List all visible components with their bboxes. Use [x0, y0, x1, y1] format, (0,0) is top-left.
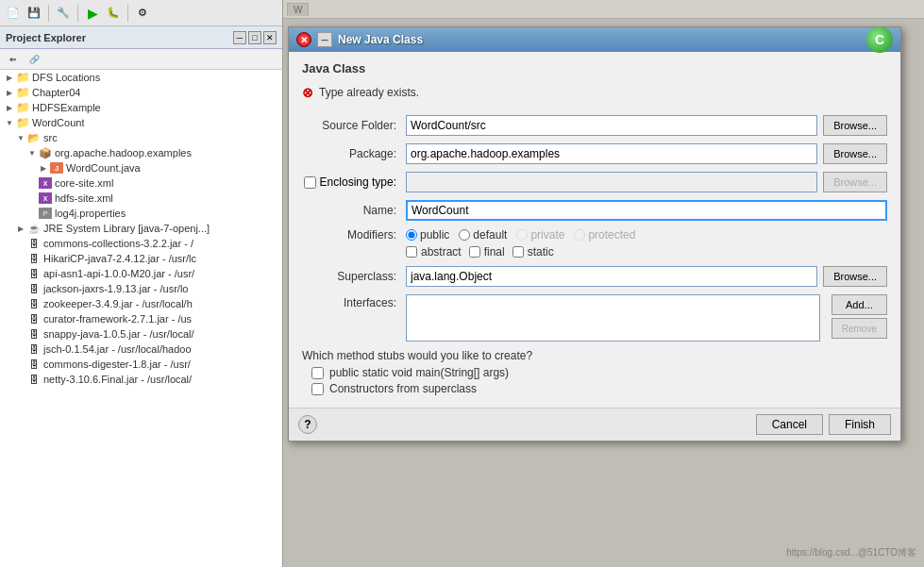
toolbar-build[interactable]: 🔧 [54, 4, 73, 23]
source-folder-input[interactable] [406, 115, 817, 136]
jar-icon-jsch: 🗄 [26, 342, 42, 356]
interfaces-add-button[interactable]: Add... [832, 294, 887, 315]
package-label: Package: [302, 147, 406, 160]
modifiers-radio-group: public default private [406, 228, 643, 242]
modifier-default[interactable]: default [459, 228, 507, 242]
panel-maximize[interactable]: □ [248, 31, 261, 44]
tree-item-src[interactable]: ▼ 📂 src [0, 130, 282, 145]
dialog-close-button[interactable]: ✕ [296, 32, 311, 47]
folder-icon-hdfsexample: 📁 [15, 101, 30, 114]
toolbar-extra[interactable]: ⚙ [133, 4, 152, 23]
stubs-section: Which method stubs would you like to cre… [302, 349, 887, 395]
modifier-abstract[interactable]: abstract [406, 245, 462, 258]
modifier-final-label: final [484, 245, 505, 258]
modifier-static[interactable]: static [512, 245, 554, 258]
modifier-protected[interactable]: protected [574, 228, 635, 242]
dialog-footer: ? Cancel Finish [289, 408, 900, 441]
tree-item-wordcount[interactable]: ▼ 📁 WordCount [0, 115, 282, 130]
tree-item-api-asn1[interactable]: 🗄 api-asn1-api-1.0.0-M20.jar - /usr/ [0, 266, 282, 281]
xml-icon-hdfs: X [38, 192, 53, 205]
modifier-private[interactable]: private [516, 228, 564, 242]
toolbar-run[interactable]: ▶ [83, 4, 102, 23]
tree-label-wordcount: WordCount [32, 117, 84, 128]
tree-item-dfs[interactable]: ▶ 📁 DFS Locations [0, 70, 282, 85]
superclass-browse-button[interactable]: Browse... [823, 266, 887, 287]
superclass-input[interactable] [406, 266, 817, 287]
jre-icon: ☕ [26, 222, 42, 235]
src-folder-icon: 📂 [26, 131, 42, 144]
stubs-item-constructor: Constructors from superclass [311, 382, 887, 395]
package-icon: 📦 [38, 146, 53, 159]
package-input[interactable] [406, 143, 817, 164]
tree-item-log4j[interactable]: P log4j.properties [0, 206, 282, 221]
tree-item-jsch[interactable]: 🗄 jsch-0.1.54.jar - /usr/local/hadoo [0, 342, 282, 357]
superclass-label: Superclass: [302, 270, 406, 283]
stub-constructor-checkbox[interactable] [311, 383, 324, 395]
panel-close[interactable]: ✕ [263, 31, 277, 44]
right-panel: W ✕ ─ New Java Class C Java Class ⊗ [283, 0, 924, 567]
jar-icon-snappy: 🗄 [26, 327, 42, 341]
tree-label-org-apache: org.apache.hadoop.examples [55, 147, 192, 158]
tree-item-hdfs-site[interactable]: X hdfs-site.xml [0, 191, 282, 206]
tree-arrow-chapter04: ▶ [4, 89, 15, 97]
tree-label-src: src [43, 132, 58, 143]
tree-item-snappy[interactable]: 🗄 snappy-java-1.0.5.jar - /usr/local/ [0, 326, 282, 342]
panel-minimize[interactable]: ─ [233, 31, 246, 44]
toolbar-debug[interactable]: 🐛 [104, 4, 123, 23]
tree-item-chapter04[interactable]: ▶ 📁 Chapter04 [0, 85, 282, 100]
tree-item-curator[interactable]: 🗄 curator-framework-2.7.1.jar - /us [0, 311, 282, 326]
tree-label-api-asn1: api-asn1-api-1.0.0-M20.jar - /usr/ [43, 268, 194, 279]
project-tree[interactable]: ▶ 📁 DFS Locations ▶ 📁 Chapter04 ▶ 📁 HDFS… [0, 70, 282, 567]
finish-button[interactable]: Finish [829, 414, 891, 435]
interfaces-remove-button[interactable]: Remove [832, 318, 887, 339]
tree-item-commons-digester[interactable]: 🗄 commons-digester-1.8.jar - /usr/ [0, 357, 282, 372]
tree-label-snappy: snappy-java-1.0.5.jar - /usr/local/ [43, 328, 194, 340]
stubs-item-main: public static void main(String[] args) [311, 366, 887, 379]
tree-item-core-site[interactable]: X core-site.xml [0, 175, 282, 191]
tree-item-org-apache[interactable]: ▼ 📦 org.apache.hadoop.examples [0, 145, 282, 160]
help-button[interactable]: ? [298, 415, 317, 434]
modifier-public[interactable]: public [406, 228, 449, 242]
dialog-title: New Java Class [338, 33, 423, 46]
jar-icon-netty: 🗄 [26, 373, 42, 386]
cancel-button[interactable]: Cancel [756, 414, 823, 435]
enclosing-browse-button: Browse... [823, 172, 887, 192]
tree-label-log4j: log4j.properties [55, 208, 126, 219]
modifier-private-label: private [530, 228, 564, 242]
tree-item-zookeeper[interactable]: 🗄 zookeeper-3.4.9.jar - /usr/local/h [0, 296, 282, 311]
jar-icon-hikari: 🗄 [26, 252, 42, 265]
tree-item-hikaricp[interactable]: 🗄 HikariCP-java7-2.4.12.jar - /usr/lc [0, 251, 282, 266]
modifier-final[interactable]: final [469, 245, 505, 258]
ide-tab[interactable]: W [287, 3, 309, 16]
tree-item-netty[interactable]: 🗄 netty-3.10.6.Final.jar - /usr/local/ [0, 372, 282, 387]
stub-main-label: public static void main(String[] args) [329, 366, 509, 379]
enclosing-type-input[interactable] [406, 172, 817, 192]
tree-item-wordcount-java[interactable]: ▶ J WordCount.java [0, 160, 282, 175]
dialog-minimize-button[interactable]: ─ [317, 32, 332, 47]
modifiers-row1: Modifiers: public default [302, 228, 887, 242]
interfaces-label: Interfaces: [302, 294, 406, 309]
toolbar-new[interactable]: 📄 [4, 4, 23, 23]
name-input[interactable] [406, 200, 887, 221]
modifier-protected-label: protected [588, 228, 635, 242]
toolbar-sep2 [77, 5, 78, 22]
collapse-all-btn[interactable]: ⇐ [4, 50, 23, 69]
interfaces-textarea[interactable] [406, 294, 820, 342]
tree-label-dfs: DFS Locations [32, 72, 100, 83]
tree-item-jre[interactable]: ▶ ☕ JRE System Library [java-7-openj...] [0, 221, 282, 236]
enclosing-type-checkbox[interactable] [304, 176, 316, 189]
tree-item-commons-collections[interactable]: 🗄 commons-collections-3.2.2.jar - / [0, 236, 282, 251]
tree-item-hdfsexample[interactable]: ▶ 📁 HDFSExample [0, 100, 282, 115]
package-row: Package: Browse... [302, 143, 887, 164]
stub-main-checkbox[interactable] [311, 367, 324, 379]
source-folder-browse-button[interactable]: Browse... [823, 115, 887, 136]
modifiers-checkbox-group: abstract final static [406, 245, 560, 258]
package-browse-button[interactable]: Browse... [823, 143, 887, 164]
modifiers-label: Modifiers: [302, 228, 406, 242]
stubs-title: Which method stubs would you like to cre… [302, 349, 887, 362]
tree-item-jackson[interactable]: 🗄 jackson-jaxrs-1.9.13.jar - /usr/lo [0, 281, 282, 296]
tree-arrow-dfs: ▶ [4, 74, 15, 82]
modifiers-row2: abstract final static [302, 245, 887, 258]
toolbar-save[interactable]: 💾 [25, 4, 43, 23]
link-editor-btn[interactable]: 🔗 [25, 50, 43, 69]
